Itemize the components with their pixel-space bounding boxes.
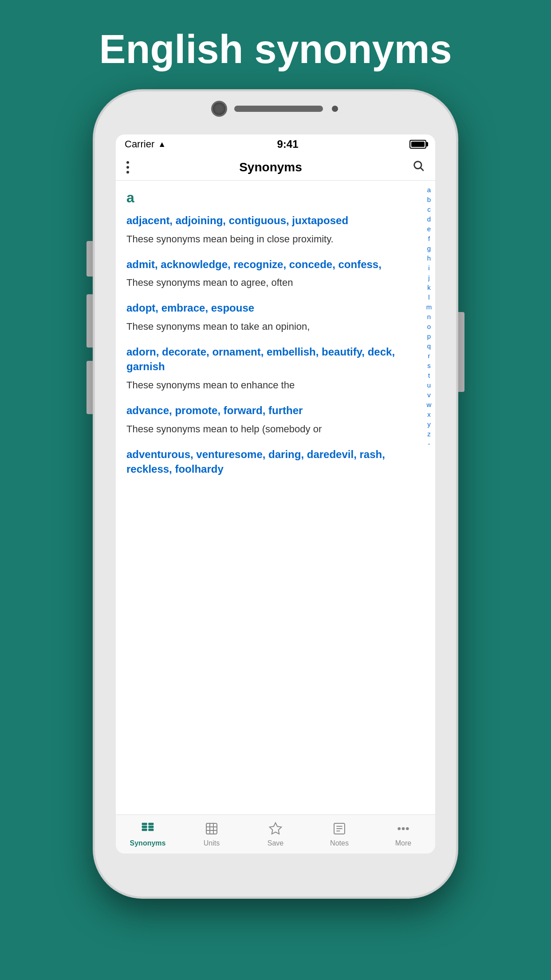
synonym-words: adopt, embrace, espouse	[126, 300, 412, 316]
svg-rect-4	[142, 829, 147, 831]
letter-u[interactable]: u	[427, 380, 431, 390]
notes-icon	[332, 822, 346, 838]
svg-rect-5	[148, 822, 153, 825]
synonym-desc: These synonyms mean to take an opinion,	[126, 319, 412, 334]
synonym-entry[interactable]: adjacent, adjoining, contiguous, juxtapo…	[126, 213, 412, 246]
phone-screen: Carrier ▲ 9:41 Synonyms	[116, 134, 435, 854]
power-button	[457, 312, 464, 392]
letter-v[interactable]: v	[427, 390, 431, 399]
phone-device: Carrier ▲ 9:41 Synonyms	[94, 90, 457, 898]
nav-title: Synonyms	[239, 160, 302, 174]
tab-units[interactable]: Units	[180, 822, 244, 847]
section-letter: a	[126, 190, 412, 206]
tab-bar: Synonyms Units	[116, 814, 435, 854]
carrier-text: Carrier	[125, 138, 154, 150]
synonym-words: advance, promote, forward, further	[126, 403, 412, 418]
svg-rect-3	[142, 826, 147, 828]
status-bar: Carrier ▲ 9:41	[116, 134, 435, 154]
svg-line-1	[421, 168, 423, 170]
letter-index[interactable]: a b c d e f g h i j k l m n o p q	[423, 181, 435, 814]
synonym-words: adventurous, venturesome, daring, darede…	[126, 447, 412, 477]
phone-shell: Carrier ▲ 9:41 Synonyms	[94, 90, 457, 898]
letter-y[interactable]: y	[427, 419, 431, 429]
letter-a[interactable]: a	[427, 185, 431, 194]
letter-w[interactable]: w	[427, 400, 432, 409]
letter-n[interactable]: n	[427, 312, 431, 321]
more-icon	[396, 822, 410, 838]
synonym-words: admit, acknowledge, recognize, concede, …	[126, 257, 412, 272]
letter-o[interactable]: o	[427, 322, 431, 331]
letter-i[interactable]: i	[428, 263, 429, 273]
synonym-desc: These synonyms mean to help (somebody or	[126, 422, 412, 436]
synonym-entry[interactable]: adventurous, venturesome, daring, darede…	[126, 447, 412, 477]
tab-save-label: Save	[268, 839, 283, 847]
phone-camera-area	[213, 103, 338, 115]
svg-point-0	[414, 162, 421, 169]
tab-units-label: Units	[204, 839, 220, 847]
synonym-desc: These synonyms mean being in close proxi…	[126, 232, 412, 246]
tab-notes[interactable]: Notes	[307, 822, 371, 847]
letter-l[interactable]: l	[428, 292, 429, 302]
letter-b[interactable]: b	[427, 195, 431, 204]
battery-icon	[409, 140, 426, 149]
carrier-info: Carrier ▲	[125, 138, 166, 150]
letter-t[interactable]: t	[428, 371, 430, 380]
nav-bar: Synonyms	[116, 154, 435, 181]
letter-m[interactable]: m	[426, 302, 432, 312]
synonym-desc: These synonyms mean to enhance the	[126, 378, 412, 392]
phone-sensor	[332, 106, 338, 112]
tab-more[interactable]: More	[371, 822, 435, 847]
letter-p[interactable]: p	[427, 332, 431, 341]
front-camera	[213, 103, 225, 115]
letter-q[interactable]: q	[427, 341, 431, 351]
mute-button	[87, 241, 94, 277]
units-icon	[205, 822, 219, 838]
tab-synonyms-label: Synonyms	[130, 839, 166, 847]
synonym-desc: These synonyms mean to agree, often	[126, 275, 412, 290]
synonym-entry[interactable]: adopt, embrace, espouse These synonyms m…	[126, 300, 412, 334]
synonym-entry[interactable]: advance, promote, forward, further These…	[126, 403, 412, 436]
svg-rect-7	[148, 829, 153, 831]
svg-rect-6	[148, 826, 153, 828]
volume-up-button	[87, 294, 94, 348]
letter-d[interactable]: d	[427, 214, 431, 224]
svg-point-18	[398, 828, 400, 830]
synonym-entry[interactable]: admit, acknowledge, recognize, concede, …	[126, 257, 412, 290]
page-title: English synonyms	[0, 27, 551, 72]
letter-e[interactable]: e	[427, 224, 431, 233]
tab-save[interactable]: Save	[244, 822, 307, 847]
letter-r[interactable]: r	[428, 351, 430, 360]
letter-dash[interactable]: -	[428, 439, 430, 448]
svg-point-20	[406, 828, 408, 830]
synonyms-icon	[141, 822, 155, 838]
wifi-icon: ▲	[158, 140, 166, 149]
letter-c[interactable]: c	[427, 205, 431, 214]
letter-z[interactable]: z	[427, 429, 431, 439]
scroll-content[interactable]: a adjacent, adjoining, contiguous, juxta…	[116, 181, 423, 814]
menu-button[interactable]	[126, 161, 129, 174]
letter-k[interactable]: k	[427, 283, 431, 292]
letter-g[interactable]: g	[427, 244, 431, 253]
svg-rect-8	[206, 823, 217, 834]
volume-down-button	[87, 361, 94, 414]
letter-j[interactable]: j	[428, 273, 429, 282]
svg-point-19	[402, 828, 404, 830]
tab-more-label: More	[395, 839, 411, 847]
tab-synonyms[interactable]: Synonyms	[116, 822, 180, 847]
status-time: 9:41	[277, 138, 299, 150]
letter-f[interactable]: f	[428, 234, 430, 243]
save-icon	[268, 822, 283, 838]
svg-marker-13	[270, 822, 282, 834]
synonym-words: adjacent, adjoining, contiguous, juxtapo…	[126, 213, 412, 228]
letter-x[interactable]: x	[427, 410, 431, 419]
synonym-words: adorn, decorate, ornament, embellish, be…	[126, 344, 412, 374]
letter-h[interactable]: h	[427, 253, 431, 263]
synonym-entry[interactable]: adorn, decorate, ornament, embellish, be…	[126, 344, 412, 392]
tab-notes-label: Notes	[330, 839, 349, 847]
svg-rect-2	[142, 822, 147, 825]
content-area: a adjacent, adjoining, contiguous, juxta…	[116, 181, 435, 814]
search-button[interactable]	[412, 159, 425, 175]
phone-speaker	[234, 106, 323, 112]
letter-s[interactable]: s	[427, 361, 431, 370]
